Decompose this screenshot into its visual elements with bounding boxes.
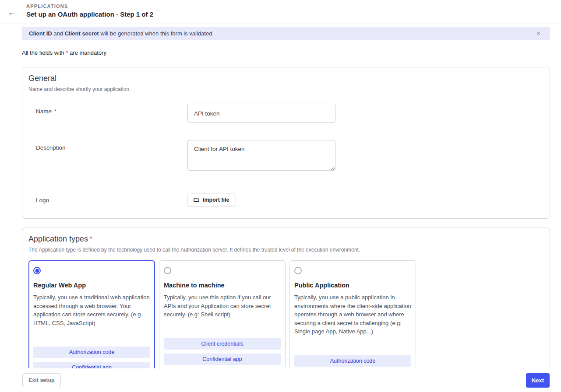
grant-tag: Authorization code: [294, 355, 411, 367]
general-title: General: [28, 74, 543, 83]
banner-text: Client ID and Client secret will be gene…: [29, 30, 214, 37]
grant-tag: Confidential app: [164, 354, 281, 365]
type-title: Machine to machine: [164, 282, 281, 289]
import-file-button[interactable]: Import file: [187, 193, 235, 206]
page-title: Set up an OAuth application - Step 1 of …: [26, 10, 561, 18]
required-asterisk: *: [90, 235, 92, 242]
grant-tag: Authorization code: [33, 346, 150, 358]
radio-unselected-icon[interactable]: [164, 267, 171, 274]
general-section: General Name and describe shortly your a…: [22, 67, 550, 219]
name-input[interactable]: [187, 104, 335, 123]
logo-row: Logo Import file: [28, 192, 543, 206]
import-file-label: Import file: [203, 197, 229, 203]
required-asterisk: *: [54, 108, 56, 115]
type-description: Typically, you use a public application …: [294, 293, 411, 336]
application-types-subtitle: The Application type is defined by the t…: [28, 247, 543, 253]
type-title: Regular Web App: [33, 282, 150, 289]
page-header: ← APPLICATIONS Set up an OAuth applicati…: [0, 0, 561, 24]
grant-tag: Client credentials: [164, 338, 281, 350]
type-description: Typically, you use a traditional web app…: [33, 293, 150, 327]
description-label: Description: [36, 140, 187, 171]
footer-bar: Exit setup Next: [0, 368, 561, 392]
next-button[interactable]: Next: [526, 373, 550, 388]
logo-label: Logo: [36, 192, 187, 206]
radio-selected-icon[interactable]: [33, 267, 41, 274]
close-icon[interactable]: ×: [534, 29, 543, 38]
mandatory-note: All the fields with * are mandatory: [22, 49, 561, 56]
type-title: Public Application: [294, 282, 411, 289]
description-row: Description Client for API token: [28, 140, 543, 171]
name-label: Name*: [36, 104, 187, 123]
type-description: Typically, you use this option if you ca…: [164, 293, 281, 319]
header-text: APPLICATIONS Set up an OAuth application…: [26, 0, 561, 18]
back-arrow-icon[interactable]: ←: [5, 6, 18, 19]
general-subtitle: Name and describe shortly your applicati…: [28, 86, 543, 92]
exit-setup-button[interactable]: Exit setup: [22, 373, 61, 387]
type-tags: Client credentials Confidential app: [164, 338, 281, 365]
breadcrumb: APPLICATIONS: [26, 4, 561, 9]
info-banner: Client ID and Client secret will be gene…: [22, 27, 550, 40]
radio-unselected-icon[interactable]: [294, 267, 302, 274]
application-types-section: Application types* The Application type …: [22, 228, 550, 392]
application-types-title: Application types*: [28, 234, 543, 244]
description-textarea[interactable]: Client for API token: [187, 140, 335, 171]
folder-icon: [194, 197, 199, 202]
name-row: Name*: [28, 104, 543, 123]
